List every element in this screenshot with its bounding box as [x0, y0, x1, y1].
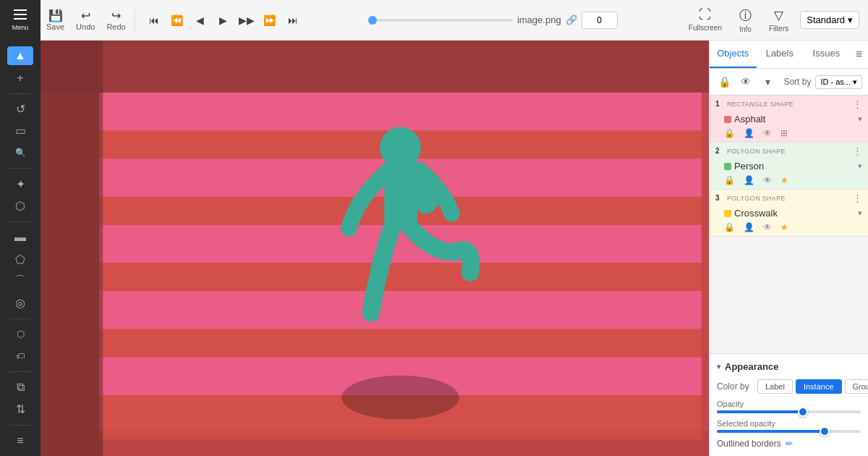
object-3-type: POLYGON SHAPE: [727, 195, 786, 202]
menu-button[interactable]: Menu: [0, 0, 41, 41]
redo-icon: ↪: [111, 9, 121, 22]
rectangle-tool[interactable]: ▭: [7, 122, 33, 140]
object-1-lock-icon[interactable]: 🔒: [724, 128, 735, 138]
cursor-tool[interactable]: ▲: [7, 46, 33, 65]
curve-tool[interactable]: ⌒: [7, 271, 33, 290]
divider-5: [9, 371, 31, 372]
file-info: image.png 🔗: [303, 12, 683, 29]
zoom-tool[interactable]: 🔍: [7, 143, 33, 162]
play-button[interactable]: ▶: [213, 10, 234, 30]
frame-input[interactable]: [582, 12, 618, 29]
skip-start-button[interactable]: ⏮: [144, 10, 164, 30]
sort-chevron-icon: ▾: [853, 77, 857, 87]
sort-dropdown[interactable]: ID - as... ▾: [815, 75, 862, 89]
divider-4: [9, 318, 31, 319]
step-back-button[interactable]: ⏪: [167, 10, 187, 30]
sort-value: ID - as...: [820, 77, 851, 86]
object-2-person-icon[interactable]: 👤: [744, 175, 754, 185]
edit-icon[interactable]: ✏: [786, 439, 793, 449]
toolbar-right: ⛶ Fullscreen ⓘ Info ▽ Filters Standard ▾: [683, 4, 859, 36]
layers-tool[interactable]: ⧉: [7, 378, 33, 397]
next-button[interactable]: ▶▶: [237, 10, 257, 30]
divider-2: [9, 168, 31, 169]
playback-controls: ⏮ ⏪ ◀ ▶ ▶▶ ⏩ ⏭: [144, 10, 303, 30]
divider-1: [9, 93, 31, 94]
view-dropdown[interactable]: Standard ▾: [800, 11, 859, 29]
object-3-person-icon[interactable]: 👤: [744, 222, 754, 232]
wand-tool[interactable]: ✦: [7, 174, 33, 193]
nodes-tool[interactable]: ⬡: [7, 197, 33, 216]
color-by-group-button[interactable]: Group: [845, 379, 868, 394]
object-3-menu[interactable]: ⋮: [853, 193, 862, 203]
object-3-label-row: Crosswalk ▾: [710, 206, 868, 220]
info-button[interactable]: ⓘ Info: [733, 4, 757, 36]
save-button[interactable]: 💾 Save: [41, 6, 70, 34]
more-tool[interactable]: ≡: [7, 431, 33, 450]
filename: image.png: [517, 14, 561, 25]
object-1-menu[interactable]: ⋮: [853, 98, 862, 109]
circle-tool[interactable]: ◎: [7, 294, 33, 313]
arrows-tool[interactable]: ⇅: [7, 400, 33, 418]
object-2-label-row: Person ▾: [710, 159, 868, 173]
filters-button[interactable]: ▽ Filters: [763, 5, 794, 35]
objects-list: 1 RECTANGLE SHAPE ⋮ Asphalt ▾ 🔒 👤 👁 ⊞: [710, 96, 868, 353]
object-1-expand-icon[interactable]: ⊞: [780, 128, 788, 138]
object-2-label: Person: [734, 161, 855, 172]
object-2-type: POLYGON SHAPE: [727, 148, 786, 155]
object-item-2: 2 POLYGON SHAPE ⋮ Person ▾ 🔒 👤 👁 ★: [710, 143, 868, 190]
object-1-eye-icon[interactable]: 👁: [763, 128, 772, 138]
undo-icon: ↩: [81, 9, 90, 22]
skip-end-button[interactable]: ⏭: [283, 10, 303, 30]
eye-all-button[interactable]: 👁: [737, 73, 754, 90]
color-by-instance-button[interactable]: Instance: [796, 379, 842, 394]
object-3-lock-icon[interactable]: 🔒: [724, 222, 735, 232]
object-2-eye-icon[interactable]: 👁: [763, 175, 772, 185]
object-item-1: 1 RECTANGLE SHAPE ⋮ Asphalt ▾ 🔒 👤 👁 ⊞: [710, 96, 868, 143]
progress-bar[interactable]: [368, 19, 513, 22]
fullscreen-button[interactable]: ⛶ Fullscreen: [683, 5, 728, 35]
rotate-tool[interactable]: ↺: [7, 99, 33, 118]
undo-button[interactable]: ↩ Undo: [70, 6, 101, 34]
svg-point-15: [380, 127, 421, 168]
dropdown-button[interactable]: ▾: [759, 73, 776, 90]
tab-issues[interactable]: Issues: [803, 41, 850, 68]
prev-button[interactable]: ◀: [190, 10, 210, 30]
rect2-tool[interactable]: ▬: [7, 228, 33, 247]
object-2-menu[interactable]: ⋮: [853, 145, 862, 156]
opacity-slider[interactable]: [717, 410, 861, 413]
object-1-label: Asphalt: [734, 114, 855, 124]
object-2-chevron-icon: ▾: [858, 161, 862, 171]
divider-3: [9, 221, 31, 222]
color-by-buttons: Label Instance Group: [757, 379, 868, 394]
panel-tabs: Objects Labels Issues ≡: [710, 41, 868, 69]
fast-forward-button[interactable]: ⏩: [260, 10, 280, 30]
save-icon: 💾: [48, 9, 63, 22]
view-mode-label: Standard: [807, 14, 845, 25]
tab-objects[interactable]: Objects: [710, 41, 757, 68]
canvas-svg: [41, 41, 709, 456]
panel-menu-icon[interactable]: ≡: [850, 41, 868, 68]
object-1-num: 1: [715, 100, 724, 108]
polygon-tool[interactable]: ⬠: [7, 250, 33, 269]
appearance-collapse-icon[interactable]: ▾: [717, 363, 720, 371]
selected-opacity-thumb: [820, 426, 830, 436]
object-2-lock-icon[interactable]: 🔒: [724, 175, 735, 185]
sort-label: Sort by: [783, 77, 811, 87]
object-2-star-icon[interactable]: ★: [780, 175, 788, 185]
tab-labels[interactable]: Labels: [757, 41, 804, 68]
tag-tool[interactable]: 🏷: [7, 347, 33, 366]
redo-button[interactable]: ↪ Redo: [101, 6, 131, 34]
cube-tool[interactable]: ⬡: [7, 325, 33, 344]
lock-all-button[interactable]: 🔒: [715, 73, 733, 90]
add-point-tool[interactable]: +: [7, 68, 33, 87]
object-3-star-icon[interactable]: ★: [780, 222, 788, 232]
object-3-eye-icon[interactable]: 👁: [763, 222, 772, 232]
opacity-thumb: [798, 407, 808, 417]
canvas-area[interactable]: [41, 41, 709, 456]
object-3-actions: 🔒 👤 👁 ★: [710, 220, 868, 236]
selected-opacity-label: Selected opacity: [717, 419, 861, 428]
chevron-down-icon: ▾: [848, 14, 853, 25]
color-by-label-button[interactable]: Label: [757, 379, 793, 394]
object-1-person-icon[interactable]: 👤: [744, 128, 754, 138]
selected-opacity-slider[interactable]: [717, 430, 861, 433]
